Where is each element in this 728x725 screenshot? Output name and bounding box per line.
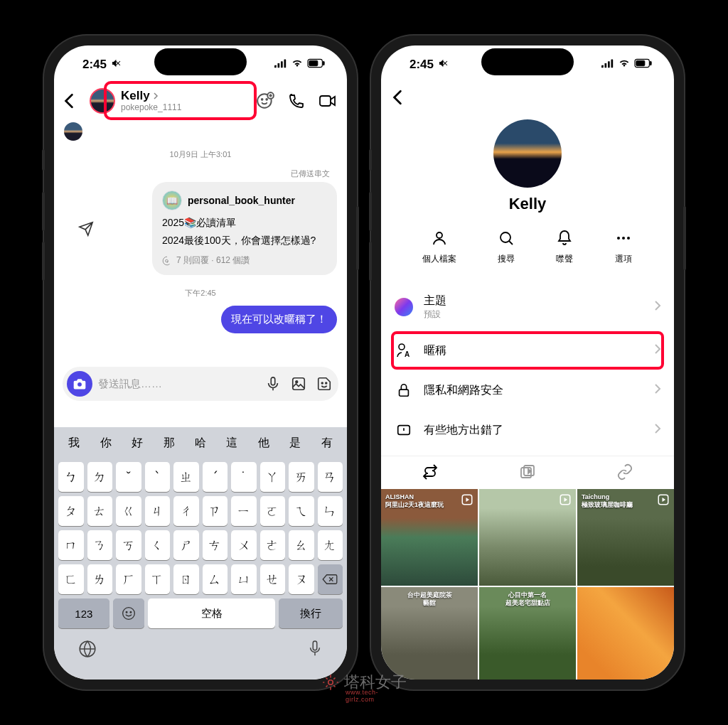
key[interactable]: ㄤ (318, 530, 343, 560)
key[interactable]: ㄆ (58, 496, 84, 526)
key[interactable]: ㄇ (58, 530, 84, 560)
backspace-key[interactable] (318, 564, 343, 594)
media-cell[interactable]: 心目中第一名 超美老宅甜點店 (479, 587, 576, 680)
key[interactable]: ㄝ (260, 564, 286, 594)
key[interactable]: ㄧ (231, 496, 257, 526)
key[interactable]: ㄑ (145, 530, 171, 560)
key[interactable]: ㄩ (231, 564, 257, 594)
sticker-icon[interactable] (316, 375, 333, 392)
video-icon[interactable] (318, 92, 337, 110)
svg-point-33 (622, 237, 625, 240)
key[interactable]: ㄟ (289, 496, 314, 526)
key[interactable]: ㄢ (318, 462, 343, 492)
svg-rect-1 (278, 63, 280, 68)
message-input-bar: 發送訊息…… (63, 367, 338, 401)
key[interactable]: ˇ (116, 462, 141, 492)
suggestion[interactable]: 是 (279, 436, 311, 451)
key[interactable]: ㄅ (58, 462, 84, 492)
key[interactable]: ㄛ (260, 496, 286, 526)
key[interactable]: ㄎ (116, 530, 141, 560)
media-cell[interactable]: ALISHAN 阿里山2天1夜這麼玩 (381, 489, 478, 586)
tab-media[interactable] (519, 463, 536, 480)
list-item-nickname[interactable]: A 暱稱 (381, 331, 674, 370)
back-button[interactable] (64, 93, 82, 109)
svg-point-30 (437, 232, 442, 238)
action-options[interactable]: 選項 (614, 229, 633, 265)
list-item-theme[interactable]: 主題 預設 (381, 284, 674, 331)
profile-avatar[interactable] (493, 119, 562, 188)
number-key[interactable]: 123 (58, 598, 109, 628)
key[interactable]: ㄒ (145, 564, 171, 594)
status-time: 2:45 (82, 58, 107, 72)
post-line-2: 2024最後100天，你會選擇怎樣過? (162, 234, 327, 248)
key[interactable]: ㄋ (87, 530, 113, 560)
key[interactable]: ㄙ (203, 564, 228, 594)
key[interactable]: ㄜ (260, 530, 286, 560)
key[interactable]: ㄐ (145, 496, 171, 526)
action-mute[interactable]: 噤聲 (555, 229, 574, 265)
key[interactable]: ㄔ (173, 496, 199, 526)
suggestion[interactable]: 他 (248, 436, 279, 451)
action-search[interactable]: 搜尋 (497, 229, 515, 265)
watermark: 塔科女子 www.tech-girlz.com (321, 672, 407, 693)
media-cell[interactable]: 台中超美庭院茶藝館 (381, 587, 478, 680)
call-icon[interactable] (287, 92, 306, 110)
key[interactable]: ㄈ (58, 564, 84, 594)
key[interactable]: ˊ (203, 462, 228, 492)
forward-icon[interactable] (78, 221, 94, 240)
list-item-report[interactable]: 有些地方出錯了 (381, 410, 674, 450)
dictation-icon[interactable] (307, 640, 323, 661)
key[interactable]: ㄡ (289, 564, 314, 594)
suggestion[interactable]: 有 (311, 436, 343, 451)
key[interactable]: ㄞ (289, 462, 314, 492)
key[interactable]: ˙ (231, 462, 257, 492)
return-key[interactable]: 換行 (279, 598, 343, 628)
profile-back[interactable] (381, 84, 674, 114)
space-key[interactable]: 空格 (148, 598, 275, 628)
key[interactable]: ㄠ (289, 530, 314, 560)
svg-rect-3 (284, 60, 287, 68)
power-button (356, 206, 359, 270)
mic-icon[interactable] (264, 375, 282, 392)
tab-links[interactable] (616, 463, 633, 480)
key[interactable]: ㄕ (173, 530, 199, 560)
suggestion[interactable]: 好 (122, 436, 153, 451)
key[interactable]: ㄊ (87, 496, 113, 526)
key[interactable]: ㄓ (173, 462, 199, 492)
person-icon (430, 229, 449, 247)
dynamic-island (481, 48, 574, 75)
suggestion[interactable]: 我 (58, 436, 90, 451)
media-cell[interactable] (577, 587, 674, 680)
key[interactable]: ㄏ (116, 564, 141, 594)
list-item-privacy[interactable]: 隱私和網路安全 (381, 370, 674, 410)
media-cell[interactable] (479, 489, 576, 586)
shared-post[interactable]: 📖 personal_book_hunter 2025📚必讀清單 2024最後1… (152, 182, 337, 275)
suggestion[interactable]: 你 (90, 436, 121, 451)
reaction-icon[interactable] (256, 92, 274, 110)
sent-message[interactable]: 現在可以改暱稱了！ (221, 306, 337, 333)
suggestion[interactable]: 這 (216, 436, 247, 451)
image-icon[interactable] (290, 375, 307, 392)
key[interactable]: ˋ (145, 462, 171, 492)
suggestion[interactable]: 哈 (185, 436, 216, 451)
key[interactable]: ㄣ (318, 496, 343, 526)
media-cell[interactable]: Taichung 極致玻璃屋咖啡廳 (577, 489, 674, 586)
key[interactable]: ㄗ (203, 496, 228, 526)
key[interactable]: ㄌ (87, 564, 113, 594)
globe-icon[interactable] (78, 640, 97, 661)
camera-button[interactable] (67, 371, 92, 397)
action-profile[interactable]: 個人檔案 (422, 229, 456, 265)
message-input[interactable]: 發送訊息…… (98, 377, 259, 391)
key[interactable]: ㄉ (87, 462, 113, 492)
key[interactable]: ㄖ (173, 564, 199, 594)
silent-icon (111, 58, 122, 72)
key[interactable]: ㄨ (231, 530, 257, 560)
svg-point-12 (77, 382, 82, 387)
chat-profile-header[interactable]: Kelly pokepoke_1111 (90, 88, 249, 114)
suggestion[interactable]: 那 (153, 436, 184, 451)
tab-shared[interactable] (422, 463, 439, 480)
key[interactable]: ㄚ (260, 462, 286, 492)
emoji-key[interactable] (113, 598, 145, 628)
key[interactable]: ㄘ (203, 530, 228, 560)
key[interactable]: ㄍ (116, 496, 141, 526)
